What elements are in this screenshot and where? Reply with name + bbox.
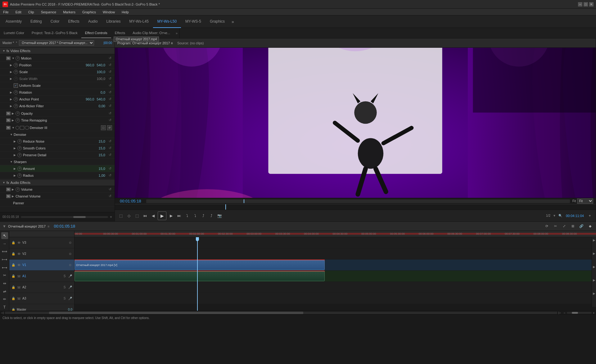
motion-row[interactable]: fx ▼ ⏱ Motion ↺ (0, 55, 115, 62)
pm-step-back-btn[interactable]: ◀ (150, 212, 156, 219)
scale-width-row[interactable]: ▶ ⏱ Scale Width 100,0 ↺ (0, 75, 115, 82)
opacity-row[interactable]: fx ▶ ⏱ Opacity ↺ (0, 110, 115, 117)
anchor-y[interactable]: 540,0 (97, 97, 105, 101)
pm-go-in-btn[interactable]: ⏮ (142, 212, 148, 219)
opacity-reset[interactable]: ↺ (108, 111, 112, 116)
tl-menu-btn[interactable]: ≡ (47, 224, 49, 228)
anchor-stopwatch[interactable]: ⏱ (14, 97, 18, 101)
tl-ripple-btn[interactable]: ⤢ (561, 223, 567, 230)
reduce-noise-reset[interactable]: ↺ (108, 139, 112, 144)
scale-stopwatch[interactable]: ⏱ (14, 70, 18, 74)
track-lane-a1[interactable] (74, 271, 596, 282)
pm-mark-in-btn[interactable]: ⬚ (117, 212, 124, 219)
ws-more-btn[interactable]: » (229, 19, 237, 24)
time-remap-reset[interactable]: ↺ (108, 118, 112, 122)
rotation-row[interactable]: ▶ ⏱ Rotation 0,0 ↺ (0, 89, 115, 96)
ws-tab-my-ws5[interactable]: MY-WS-5 (181, 16, 205, 28)
tl-h-scroll[interactable] (5, 312, 557, 314)
denoiser-row[interactable]: fx ▼ Denoiser III □ ↺ (0, 124, 115, 131)
anti-flicker-reset[interactable]: ↺ (108, 104, 112, 108)
close-button[interactable]: ✕ (589, 2, 594, 7)
ws-tab-editing[interactable]: Editing (26, 16, 46, 28)
menu-window[interactable]: Window (102, 10, 116, 15)
scale-width-stopwatch[interactable]: ⏱ (14, 77, 18, 81)
a1-mic[interactable]: 🎤 (68, 274, 72, 278)
preserve-detail-reset[interactable]: ↺ (108, 153, 112, 157)
track-lane-v1[interactable]: Отчетный концерт 2017.mp4 [V] (74, 260, 596, 271)
menu-graphics[interactable]: Graphics (81, 10, 97, 15)
ec-scrollbar-thumb[interactable] (73, 216, 86, 218)
pm-marker-btn[interactable]: ◇ (125, 212, 132, 219)
tl-rate-stretch-tool[interactable]: ⟷ (1, 264, 8, 271)
tl-slide-tool[interactable]: ⇌ (1, 288, 8, 295)
reduce-noise-stopwatch[interactable]: ⏱ (17, 139, 22, 144)
preserve-detail-row[interactable]: ▶ ⏱ Preserve Detail 15,0 ↺ (0, 152, 115, 158)
time-remap-stopwatch[interactable]: ⏱ (16, 118, 20, 122)
position-y[interactable]: 540,0 (97, 63, 105, 67)
pm-overwrite-btn[interactable]: ⤵ (192, 212, 199, 219)
pm-fit-select[interactable]: Fit 25% 50% 100% (577, 198, 593, 204)
ws-tab-my-l50[interactable]: MY-Ws-L50 (153, 16, 181, 28)
ec-clip-selector[interactable]: Отчетный концерт 2017 * Отчетный концерт… (19, 40, 94, 46)
time-remap-row[interactable]: fx ▶ ⏱ Time Remapping ↺ (0, 117, 115, 124)
tl-link-btn[interactable]: 🔗 (578, 223, 585, 230)
position-reset[interactable]: ↺ (108, 63, 112, 67)
channel-volume-row[interactable]: fx ▶ Channel Volume ↺ (0, 193, 115, 200)
pm-play-btn[interactable]: ▶ (158, 211, 166, 220)
tl-right-btn4[interactable]: ▶ (593, 278, 595, 282)
denoiser-icon2[interactable]: ↺ (107, 125, 112, 130)
tl-add-marker-btn[interactable]: ◆ (587, 223, 594, 230)
position-chevron[interactable]: ▶ (10, 64, 14, 67)
radius-row[interactable]: ▶ ⏱ Radius 1,00 ↺ (0, 172, 115, 179)
position-stopwatch[interactable]: ⏱ (14, 63, 18, 67)
tab-project[interactable]: Project: Test-2- GoPro 5 Black (28, 28, 81, 38)
tl-slip-tool[interactable]: ⇔ (1, 280, 8, 287)
time-remap-chevron[interactable]: ▶ (12, 119, 16, 122)
tab-lumetri-color[interactable]: Lumetri Color (0, 28, 28, 38)
anchor-point-row[interactable]: ▶ ⏱ Anchor Point 960,0 540,0 ↺ (0, 96, 115, 103)
rotation-chevron[interactable]: ▶ (10, 91, 14, 94)
tl-razor-tool[interactable]: ✂ (1, 272, 8, 279)
track-lane-master[interactable] (74, 304, 596, 311)
volume-reset[interactable]: ↺ (108, 187, 112, 192)
denoise-header-row[interactable]: ▼ Denoise (0, 131, 115, 138)
reduce-noise-value[interactable]: 15,0 (99, 140, 105, 143)
reduce-noise-chevron[interactable]: ▶ (14, 140, 17, 143)
denoise-chevron[interactable]: ▼ (10, 133, 14, 136)
ec-scrollbar[interactable] (21, 216, 108, 218)
rotation-value[interactable]: 0,0 (101, 91, 105, 94)
menu-edit[interactable]: Edit (14, 10, 23, 15)
pm-page-dropdown[interactable]: ▼ (553, 214, 556, 217)
a2-sync[interactable]: S (62, 285, 67, 290)
anti-flicker-value[interactable]: 0,00 (99, 104, 105, 108)
denoiser-icon1[interactable]: □ (101, 125, 106, 130)
anchor-x[interactable]: 960,0 (86, 97, 94, 101)
anti-flicker-stopwatch[interactable]: ⏱ (14, 104, 18, 108)
anti-flicker-row[interactable]: ▶ ⏱ Anti-flicker Filter 0,00 ↺ (0, 103, 115, 109)
pm-export-btn[interactable]: 📷 (216, 212, 223, 219)
pm-timeline-scrubber[interactable] (146, 199, 570, 203)
anti-flicker-chevron[interactable]: ▶ (10, 104, 14, 108)
uniform-scale-checkbox[interactable] (14, 83, 18, 88)
tl-nest-btn[interactable]: ⟳ (543, 223, 550, 230)
menu-help[interactable]: Help (120, 10, 130, 15)
channel-vol-reset[interactable]: ↺ (108, 194, 112, 198)
tl-right-btn5[interactable]: ▶ (593, 292, 595, 295)
amount-chevron[interactable]: ▶ (14, 167, 17, 170)
tl-scroll-left[interactable]: ◁ (1, 311, 4, 314)
v1-sync[interactable]: ⊙ (68, 263, 72, 267)
master-lock[interactable]: 🔒 (11, 308, 16, 311)
maximize-button[interactable]: □ (584, 2, 588, 7)
tl-zoom-out[interactable]: − (563, 311, 565, 315)
tl-roll-tool[interactable]: ⟼ (1, 256, 8, 263)
pm-go-out-btn[interactable]: ⏭ (176, 212, 183, 219)
v1-eye[interactable]: 👁 (17, 263, 21, 267)
a1-sync[interactable]: S (62, 274, 67, 278)
radius-stopwatch[interactable]: ⏱ (17, 173, 22, 178)
scale-width-chevron[interactable]: ▶ (10, 77, 14, 80)
track-lane-a2[interactable] (74, 282, 596, 293)
pm-progress-bar[interactable] (115, 204, 596, 210)
a2-lock[interactable]: 🔒 (11, 285, 16, 290)
uniform-scale-row[interactable]: ▶ Uniform Scale ↺ (0, 82, 115, 89)
tl-type-tool[interactable]: T (1, 304, 8, 311)
